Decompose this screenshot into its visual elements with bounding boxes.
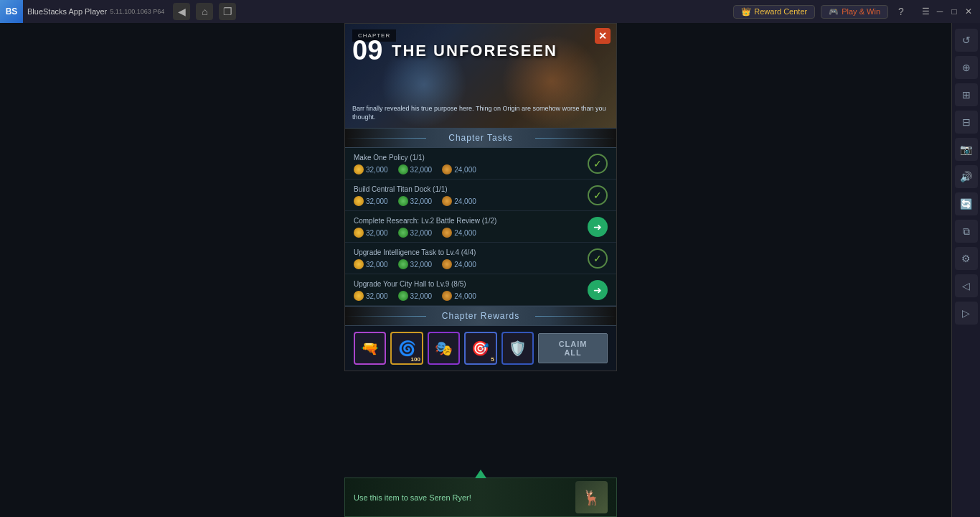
task-status: ✓ bbox=[588, 248, 608, 269]
reward-item-food: 32,000 bbox=[398, 164, 433, 174]
task-name: Build Central Titan Dock (1/1) bbox=[354, 185, 608, 193]
food-value: 32,000 bbox=[410, 197, 433, 205]
task-item: Build Central Titan Dock (1/1) 32,000 32… bbox=[345, 180, 616, 211]
gold-icon bbox=[354, 291, 364, 301]
tooltip-emoji: 🦌 bbox=[583, 489, 600, 506]
gold-value: 32,000 bbox=[366, 261, 388, 269]
go-arrow-button[interactable]: ➜ bbox=[588, 217, 608, 237]
reward-item-food: 32,000 bbox=[398, 228, 433, 238]
food-icon bbox=[398, 291, 408, 301]
right-sidebar: ↺ ⊕ ⊞ ⊟ 📷 🔊 🔄 ⧉ ⚙ ◁ ▷ bbox=[951, 23, 980, 517]
sidebar-icon-forward[interactable]: ▷ bbox=[955, 302, 978, 325]
task-rewards: 32,000 32,000 24,000 bbox=[354, 259, 608, 269]
reward-count-2: 100 bbox=[410, 356, 420, 363]
reward-item-resource: 24,000 bbox=[442, 291, 476, 301]
task-name: Upgrade Your City Hall to Lv.9 (8/5) bbox=[354, 280, 608, 288]
reward-item-food: 32,000 bbox=[398, 196, 433, 206]
reward-center-label: Reward Center bbox=[754, 7, 807, 16]
sidebar-icon-remove[interactable]: ⊟ bbox=[955, 111, 978, 134]
resource-icon bbox=[442, 228, 452, 238]
chapter-tasks-header: Chapter Tasks bbox=[345, 128, 616, 148]
maximize-button[interactable]: □ bbox=[948, 6, 960, 17]
close-panel-button[interactable]: ✕ bbox=[595, 28, 611, 44]
gold-icon bbox=[354, 164, 364, 174]
resource-value: 24,000 bbox=[454, 261, 476, 269]
chapter-header: Chapter 09 THE UNFORESEEN Barr finally r… bbox=[345, 24, 616, 128]
task-name: Upgrade Intelligence Task to Lv.4 (4/4) bbox=[354, 248, 608, 256]
nav-controls: ◀ ⌂ ❐ bbox=[173, 3, 236, 20]
reward-item-resource: 24,000 bbox=[442, 164, 476, 174]
app-name: BlueStacks App Player bbox=[27, 7, 107, 16]
reward-item-resource: 24,000 bbox=[442, 259, 476, 269]
reward-count-4: 5 bbox=[491, 356, 494, 363]
go-arrow-button[interactable]: ➜ bbox=[588, 280, 608, 300]
sidebar-icon-rotate[interactable]: 🔄 bbox=[955, 192, 978, 215]
reward-box-3[interactable]: 🎭 bbox=[428, 332, 460, 365]
sidebar-icon-layers[interactable]: ⧉ bbox=[955, 220, 978, 243]
chapter-number: 09 bbox=[352, 37, 382, 64]
minimize-button[interactable]: ─ bbox=[934, 6, 946, 17]
reward-item-food: 32,000 bbox=[398, 291, 433, 301]
reward-box-2[interactable]: 🌀 100 bbox=[390, 332, 423, 365]
reward-icon-3: 🎭 bbox=[429, 333, 458, 363]
resource-icon bbox=[442, 164, 452, 174]
nav-copy-button[interactable]: ❐ bbox=[219, 3, 236, 20]
reward-icon-1: 🔫 bbox=[355, 333, 385, 363]
gold-icon bbox=[354, 196, 364, 206]
close-button[interactable]: ✕ bbox=[963, 6, 974, 17]
gold-icon bbox=[354, 228, 364, 238]
chapter-rewards-header: Chapter Rewards bbox=[345, 306, 616, 326]
task-name: Make One Policy (1/1) bbox=[354, 154, 608, 162]
task-status[interactable]: ➜ bbox=[588, 280, 608, 300]
title-bar-right: 👑 Reward Center 🎮 Play & Win ? ☰ ─ □ ✕ bbox=[733, 4, 980, 19]
nav-back-button[interactable]: ◀ bbox=[173, 3, 190, 20]
play-win-button[interactable]: 🎮 Play & Win bbox=[821, 5, 888, 19]
sidebar-icon-add[interactable]: ⊕ bbox=[955, 56, 978, 79]
food-icon bbox=[398, 164, 408, 174]
reward-box-4[interactable]: 🎯 5 bbox=[464, 332, 496, 365]
sidebar-icon-volume[interactable]: 🔊 bbox=[955, 165, 978, 188]
reward-item-gold: 32,000 bbox=[354, 196, 388, 206]
gold-value: 32,000 bbox=[366, 292, 388, 300]
task-rewards: 32,000 32,000 24,000 bbox=[354, 291, 608, 301]
task-rewards: 32,000 32,000 24,000 bbox=[354, 196, 608, 206]
resource-value: 24,000 bbox=[454, 197, 476, 205]
task-status[interactable]: ➜ bbox=[588, 217, 608, 237]
sidebar-icon-refresh[interactable]: ↺ bbox=[955, 29, 978, 52]
app-version: 5.11.100.1063 P64 bbox=[110, 8, 164, 15]
sidebar-icon-grid[interactable]: ⊞ bbox=[955, 83, 978, 106]
chapter-description: Barr finally revealed his true purpose h… bbox=[352, 104, 609, 122]
completed-check-icon: ✓ bbox=[588, 154, 608, 174]
reward-box-5[interactable]: 🛡️ bbox=[501, 332, 534, 365]
sidebar-icon-back[interactable]: ◁ bbox=[955, 274, 978, 297]
reward-item-resource: 24,000 bbox=[442, 228, 476, 238]
reward-item-food: 32,000 bbox=[398, 259, 433, 269]
window-controls: ☰ ─ □ ✕ bbox=[920, 6, 974, 17]
chapter-rewards-section: 🔫 🌀 100 🎭 🎯 5 🛡️ CLAIM ALL bbox=[345, 326, 616, 371]
claim-all-button[interactable]: CLAIM ALL bbox=[538, 333, 608, 363]
completed-check-icon: ✓ bbox=[588, 185, 608, 205]
gold-value: 32,000 bbox=[366, 166, 388, 174]
reward-item-gold: 32,000 bbox=[354, 291, 388, 301]
food-icon bbox=[398, 228, 408, 238]
rewards-row: 🔫 🌀 100 🎭 🎯 5 🛡️ CLAIM ALL bbox=[354, 332, 608, 365]
help-icon[interactable]: ? bbox=[894, 4, 908, 19]
resource-value: 24,000 bbox=[454, 292, 476, 300]
resource-icon bbox=[442, 196, 452, 206]
chapter-tasks-label: Chapter Tasks bbox=[448, 133, 512, 143]
nav-home-button[interactable]: ⌂ bbox=[196, 3, 213, 20]
resource-value: 24,000 bbox=[454, 166, 476, 174]
hamburger-button[interactable]: ☰ bbox=[920, 6, 931, 17]
title-bar: BS BlueStacks App Player 5.11.100.1063 P… bbox=[0, 0, 980, 23]
reward-item-resource: 24,000 bbox=[442, 196, 476, 206]
gold-icon bbox=[354, 259, 364, 269]
reward-center-button[interactable]: 👑 Reward Center bbox=[733, 5, 815, 19]
sidebar-icon-settings[interactable]: ⚙ bbox=[955, 247, 978, 270]
reward-item-gold: 32,000 bbox=[354, 164, 388, 174]
reward-box-1[interactable]: 🔫 bbox=[354, 332, 386, 365]
tooltip-text: Use this item to save Seren Ryer! bbox=[354, 493, 568, 502]
sidebar-icon-camera[interactable]: 📷 bbox=[955, 138, 978, 161]
resource-value: 24,000 bbox=[454, 229, 476, 237]
reward-icon-5: 🛡️ bbox=[503, 333, 532, 363]
chapter-rewards-label: Chapter Rewards bbox=[442, 311, 519, 321]
